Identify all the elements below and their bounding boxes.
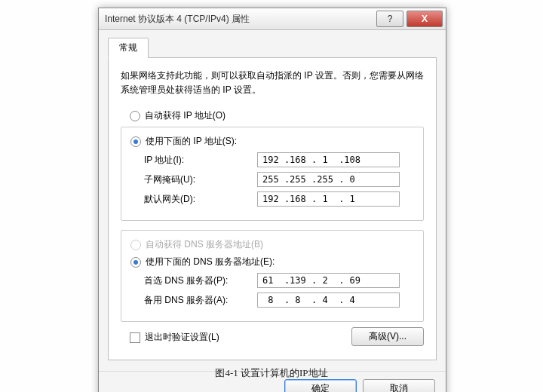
validate-checkbox[interactable] — [130, 332, 140, 343]
dialog-body: 常规 如果网络支持此功能，则可以获取自动指派的 IP 设置。否则，您需要从网络系… — [99, 30, 446, 371]
radio-dns-auto-label: 自动获得 DNS 服务器地址(B) — [146, 238, 263, 251]
radio-ip-auto-label: 自动获得 IP 地址(O) — [145, 109, 225, 122]
dns-alternate-label: 备用 DNS 服务器(A): — [130, 294, 257, 307]
help-button[interactable]: ? — [376, 11, 403, 27]
cancel-button-label: 取消 — [390, 383, 408, 392]
radio-dns-auto — [130, 240, 141, 250]
tab-strip: 常规 — [108, 38, 437, 58]
ok-button[interactable]: 确定 — [284, 379, 357, 392]
tcpip-properties-dialog: Internet 协议版本 4 (TCP/IPv4) 属性 ? X 常规 如果网… — [98, 8, 446, 392]
close-icon: X — [422, 14, 428, 24]
ip-address-label: IP 地址(I): — [130, 154, 257, 167]
close-button[interactable]: X — [406, 11, 443, 27]
advanced-button-label: 高级(V)... — [369, 331, 406, 341]
cancel-button[interactable]: 取消 — [363, 379, 435, 392]
gateway-label: 默认网关(D): — [130, 193, 257, 206]
dns-alternate-field[interactable]: 8 . 8 . 4 . 4 — [257, 292, 400, 308]
radio-ip-manual[interactable] — [130, 136, 141, 147]
radio-ip-manual-label: 使用下面的 IP 地址(S): — [146, 135, 237, 148]
ok-button-label: 确定 — [311, 383, 330, 392]
description-text: 如果网络支持此功能，则可以获取自动指派的 IP 设置。否则，您需要从网络系统管理… — [121, 69, 424, 97]
ip-manual-group: 使用下面的 IP 地址(S): IP 地址(I): 192 .168 . 1 .… — [121, 127, 424, 221]
ip-radio-auto-row: 自动获得 IP 地址(O) — [121, 109, 424, 122]
dns-preferred-field[interactable]: 61 .139 . 2 . 69 — [257, 273, 400, 288]
dns-preferred-label: 首选 DNS 服务器(P): — [130, 274, 257, 287]
gateway-field[interactable]: 192 .168 . 1 . 1 — [257, 191, 400, 207]
subnet-mask-label: 子网掩码(U): — [130, 173, 257, 186]
subnet-mask-field[interactable]: 255 .255 .255 . 0 — [257, 172, 400, 187]
titlebar: Internet 协议版本 4 (TCP/IPv4) 属性 ? X — [99, 8, 446, 30]
window-controls: ? X — [376, 11, 446, 27]
tab-general-label: 常规 — [119, 42, 137, 53]
advanced-button[interactable]: 高级(V)... — [351, 327, 424, 346]
tab-general[interactable]: 常规 — [108, 38, 149, 58]
radio-dns-manual-label: 使用下面的 DNS 服务器地址(E): — [146, 256, 275, 268]
dns-group: 自动获得 DNS 服务器地址(B) 使用下面的 DNS 服务器地址(E): 首选… — [121, 230, 424, 322]
radio-dns-manual[interactable] — [130, 257, 141, 268]
window-title: Internet 协议版本 4 (TCP/IPv4) 属性 — [105, 13, 376, 26]
radio-ip-auto[interactable] — [130, 111, 140, 121]
ip-address-field[interactable]: 192 .168 . 1 .108 — [257, 152, 400, 167]
figure-caption: 图4-1 设置计算机的IP地址 — [0, 366, 543, 380]
validate-checkbox-label: 退出时验证设置(L) — [145, 331, 219, 344]
tab-panel-general: 如果网络支持此功能，则可以获取自动指派的 IP 设置。否则，您需要从网络系统管理… — [108, 57, 437, 360]
